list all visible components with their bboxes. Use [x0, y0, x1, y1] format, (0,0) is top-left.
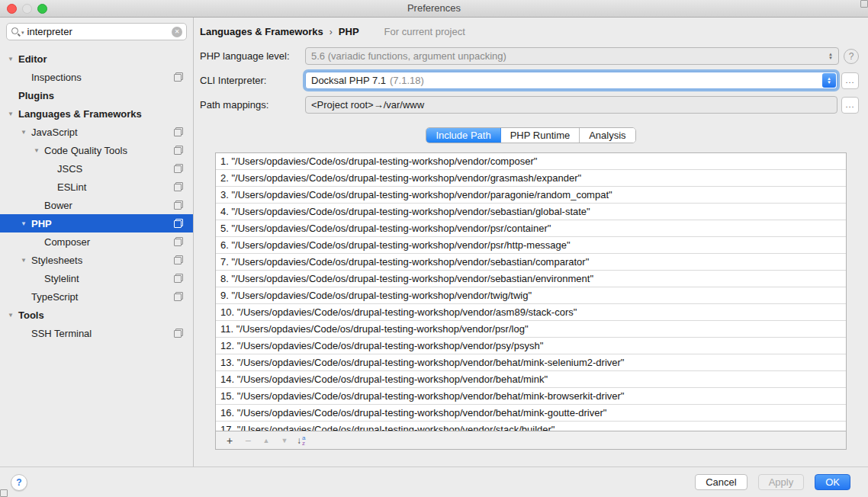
- project-scope-icon: [174, 219, 183, 228]
- sidebar-item-bower[interactable]: Bower: [0, 196, 193, 214]
- expand-arrow-icon[interactable]: ▼: [6, 312, 15, 319]
- sidebar-item-ssh-terminal[interactable]: SSH Terminal: [0, 324, 193, 342]
- scope-label: For current project: [384, 26, 465, 37]
- include-path-row[interactable]: 17. "/Users/opdavies/Code/os/drupal-test…: [216, 422, 846, 431]
- include-path-row[interactable]: 15. "/Users/opdavies/Code/os/drupal-test…: [216, 388, 846, 405]
- sidebar-item-label: Inspections: [31, 72, 82, 83]
- sidebar-item-javascript[interactable]: ▼JavaScript: [0, 123, 193, 141]
- breadcrumb-separator-icon: ›: [330, 27, 333, 37]
- sort-alphabetically-icon[interactable]: ↓az: [297, 435, 305, 446]
- add-path-button[interactable]: +: [220, 432, 239, 449]
- sidebar-item-label: JSCS: [57, 163, 82, 175]
- include-path-row[interactable]: 5. "/Users/opdavies/Code/os/drupal-testi…: [216, 220, 846, 237]
- expand-arrow-icon[interactable]: ▼: [6, 111, 15, 117]
- include-path-row[interactable]: 11. "/Users/opdavies/Code/os/drupal-test…: [216, 321, 846, 338]
- remove-path-button[interactable]: −: [239, 432, 257, 449]
- title-bar: Preferences: [0, 0, 868, 18]
- sidebar-item-stylesheets[interactable]: ▼Stylesheets: [0, 251, 193, 269]
- sidebar-item-languages-frameworks[interactable]: ▼Languages & Frameworks: [0, 104, 193, 123]
- include-path-row[interactable]: 3. "/Users/opdavies/Code/os/drupal-testi…: [216, 187, 846, 204]
- include-path-row[interactable]: 9. "/Users/opdavies/Code/os/drupal-testi…: [216, 287, 846, 304]
- move-down-button[interactable]: ▼: [275, 432, 294, 449]
- include-path-row[interactable]: 6. "/Users/opdavies/Code/os/drupal-testi…: [216, 237, 846, 254]
- cli-interpreter-row: CLI Interpreter: Docksal PHP 7.1(7.1.18)…: [194, 72, 868, 89]
- sidebar-item-label: Bower: [44, 200, 72, 211]
- language-level-select[interactable]: 5.6 (variadic functions, argument unpack…: [305, 47, 839, 65]
- apply-button[interactable]: Apply: [758, 474, 805, 490]
- include-path-row[interactable]: 12. "/Users/opdavies/Code/os/drupal-test…: [216, 338, 846, 354]
- sidebar-item-inspections[interactable]: Inspections: [0, 68, 193, 86]
- sidebar-item-label: PHP: [31, 218, 52, 229]
- sidebar-item-label: ESLint: [57, 181, 86, 193]
- project-scope-icon: [174, 237, 183, 246]
- tab-include-path[interactable]: Include Path: [426, 128, 500, 143]
- include-path-row[interactable]: 10. "/Users/opdavies/Code/os/drupal-test…: [216, 304, 846, 321]
- path-mappings-value: <Project root>→/var/www: [311, 99, 837, 111]
- settings-tree: ▼EditorInspectionsPlugins▼Languages & Fr…: [0, 44, 193, 467]
- sidebar-item-stylelint[interactable]: Stylelint: [0, 269, 193, 287]
- include-path-toolbar: + − ▲ ▼ ↓az: [215, 431, 847, 450]
- search-filter-caret-icon[interactable]: ▾: [21, 30, 24, 36]
- close-window-button[interactable]: [7, 4, 17, 14]
- language-level-row: PHP language level: 5.6 (variadic functi…: [194, 47, 868, 65]
- chevron-updown-icon[interactable]: ▲▼: [822, 73, 836, 88]
- ok-button[interactable]: OK: [815, 474, 850, 490]
- cli-interpreter-value: Docksal PHP 7.1(7.1.18): [311, 75, 822, 86]
- window-title: Preferences: [0, 0, 868, 17]
- sidebar-item-label: SSH Terminal: [31, 328, 92, 339]
- path-mappings-field[interactable]: <Project root>→/var/www: [305, 96, 837, 114]
- expand-arrow-icon[interactable]: ▼: [19, 220, 28, 227]
- include-path-row[interactable]: 16. "/Users/opdavies/Code/os/drupal-test…: [216, 405, 846, 422]
- sidebar-item-tools[interactable]: ▼Tools: [0, 306, 193, 324]
- move-up-button[interactable]: ▲: [257, 432, 275, 449]
- include-path-row[interactable]: 13. "/Users/opdavies/Code/os/drupal-test…: [216, 354, 846, 371]
- traffic-lights: [7, 4, 47, 14]
- path-mappings-row: Path mappings: <Project root>→/var/www .…: [194, 96, 868, 114]
- sidebar-item-label: Plugins: [18, 90, 54, 101]
- sidebar-item-composer[interactable]: Composer: [0, 232, 193, 251]
- path-mappings-label: Path mappings:: [200, 99, 305, 111]
- expand-arrow-icon[interactable]: ▼: [6, 56, 15, 63]
- project-scope-icon: [174, 72, 183, 82]
- include-path-row[interactable]: 1. "/Users/opdavies/Code/os/drupal-testi…: [216, 153, 846, 170]
- include-path-row[interactable]: 8. "/Users/opdavies/Code/os/drupal-testi…: [216, 271, 846, 287]
- minimize-window-button: [22, 4, 32, 14]
- include-path-row[interactable]: 14. "/Users/opdavies/Code/os/drupal-test…: [216, 371, 846, 388]
- cli-interpreter-browse-button[interactable]: ...: [841, 72, 859, 89]
- include-path-row[interactable]: 2. "/Users/opdavies/Code/os/drupal-testi…: [216, 170, 846, 187]
- clear-search-icon[interactable]: [172, 27, 182, 37]
- settings-sidebar: ▾ interpreter ▼EditorInspectionsPlugins▼…: [0, 18, 194, 467]
- sidebar-item-jscs[interactable]: JSCS: [0, 159, 193, 178]
- sidebar-item-editor[interactable]: ▼Editor: [0, 50, 193, 68]
- language-level-value: 5.6 (variadic functions, argument unpack…: [311, 50, 825, 62]
- sidebar-item-php[interactable]: ▼PHP: [0, 214, 193, 232]
- sidebar-item-code-quality-tools[interactable]: ▼Code Quality Tools: [0, 141, 193, 159]
- path-mappings-browse-button[interactable]: ...: [841, 97, 859, 114]
- project-scope-icon: [174, 182, 183, 191]
- sidebar-item-eslint[interactable]: ESLint: [0, 178, 193, 196]
- cancel-button[interactable]: Cancel: [695, 474, 747, 490]
- project-scope-icon: [371, 27, 381, 37]
- project-scope-icon: [174, 127, 183, 136]
- cli-interpreter-version: (7.1.18): [390, 75, 424, 86]
- tab-analysis[interactable]: Analysis: [580, 128, 635, 143]
- include-path-row[interactable]: 4. "/Users/opdavies/Code/os/drupal-testi…: [216, 204, 846, 220]
- expand-arrow-icon[interactable]: ▼: [19, 257, 28, 264]
- include-path-row[interactable]: 7. "/Users/opdavies/Code/os/drupal-testi…: [216, 254, 846, 271]
- sidebar-item-typescript[interactable]: TypeScript: [0, 287, 193, 306]
- cli-interpreter-select[interactable]: Docksal PHP 7.1(7.1.18) ▲▼: [305, 72, 837, 89]
- sidebar-item-label: Languages & Frameworks: [18, 108, 142, 120]
- include-path-list[interactable]: 1. "/Users/opdavies/Code/os/drupal-testi…: [215, 152, 847, 431]
- zoom-window-button[interactable]: [37, 4, 47, 14]
- settings-search-input[interactable]: ▾ interpreter: [6, 23, 187, 40]
- sidebar-item-label: Code Quality Tools: [44, 145, 127, 156]
- language-level-help-icon[interactable]: ?: [844, 49, 859, 64]
- breadcrumb-languages-frameworks[interactable]: Languages & Frameworks: [200, 26, 323, 37]
- expand-arrow-icon[interactable]: ▼: [19, 129, 28, 136]
- expand-arrow-icon[interactable]: ▼: [32, 147, 41, 154]
- help-button[interactable]: ?: [11, 474, 27, 491]
- project-scope-icon: [174, 274, 183, 283]
- tab-php-runtime[interactable]: PHP Runtime: [501, 128, 580, 143]
- search-query-text[interactable]: interpreter: [27, 26, 172, 37]
- sidebar-item-plugins[interactable]: Plugins: [0, 86, 193, 104]
